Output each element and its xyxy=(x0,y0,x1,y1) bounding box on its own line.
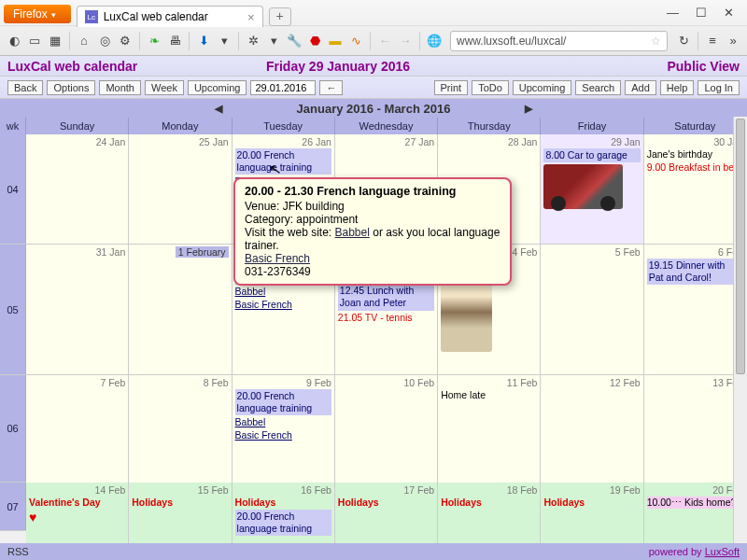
tooltip-link1[interactable]: Babbel xyxy=(335,226,370,239)
calendar-event[interactable]: Holidays xyxy=(441,497,537,509)
calendar-event[interactable]: 12.45 Lunch with Joan and Peter xyxy=(338,284,434,310)
print-button[interactable]: Print xyxy=(434,80,469,95)
calendar-day[interactable]: 31 Jan xyxy=(26,245,129,374)
date-label: 10 Feb xyxy=(338,377,434,388)
public-view-label[interactable]: Public View xyxy=(667,59,740,74)
calendar-event[interactable]: Babbel xyxy=(235,286,331,298)
week-number: 04 xyxy=(0,134,26,244)
calendar-event[interactable]: Basic French xyxy=(235,429,331,441)
calendar-event[interactable]: 19.15 Dinner with Pat and Carol! xyxy=(647,259,743,285)
calendar-day[interactable]: 12 Feb xyxy=(541,375,643,483)
calendar-event[interactable]: Home late xyxy=(441,389,537,401)
bookmark-star-icon[interactable]: ☆ xyxy=(651,35,661,48)
tooltip-visit: Visit the web site: Babbel or ask you lo… xyxy=(245,226,500,252)
dropdown-icon[interactable]: ▾ xyxy=(216,33,233,49)
calendar-day[interactable]: 10 Feb xyxy=(335,375,438,483)
goto-date-button[interactable]: ← xyxy=(319,80,343,95)
prev-range-button[interactable]: ◀ xyxy=(215,103,222,115)
tooltip-link2[interactable]: Basic French xyxy=(245,252,310,265)
calendar-event[interactable]: Jane's birthday xyxy=(647,148,743,161)
calendar-event[interactable]: 21.05 TV - tennis xyxy=(338,312,434,324)
new-tab-button[interactable]: + xyxy=(269,7,291,26)
calendar-day[interactable]: 24 Jan xyxy=(26,134,129,244)
rss-icon[interactable]: ∿ xyxy=(347,33,364,49)
calendar-event[interactable]: Holidays xyxy=(132,497,228,509)
search-button[interactable]: Search xyxy=(575,80,621,95)
upcoming2-button[interactable]: Upcoming xyxy=(513,80,572,95)
settings-icon[interactable]: ✲ xyxy=(245,33,261,49)
date-label: 12 Feb xyxy=(543,377,640,388)
calendar-day[interactable]: 30 JanJane's birthday9.00 Breakfast in b… xyxy=(644,134,747,244)
login-button[interactable]: Log In xyxy=(698,80,740,95)
todo-button[interactable]: ToDo xyxy=(472,80,509,95)
date-label: 20 Feb xyxy=(647,484,743,496)
options-button[interactable]: Options xyxy=(47,80,95,95)
home-icon[interactable]: ⌂ xyxy=(76,33,92,49)
add-button[interactable]: Add xyxy=(625,80,656,95)
download-icon[interactable]: ⬇ xyxy=(195,33,212,49)
maximize-button[interactable]: ☐ xyxy=(696,6,707,20)
calendar-day[interactable]: 7 Feb xyxy=(26,375,129,483)
calendar-event[interactable]: 10.00⋯ Kids home? xyxy=(647,497,743,509)
calendar-event[interactable]: Holidays xyxy=(338,497,434,509)
day-header: Saturday xyxy=(644,118,747,134)
calendar-day[interactable]: 11 FebHome late xyxy=(438,375,541,483)
month-button[interactable]: Month xyxy=(99,80,141,95)
close-window-button[interactable]: ✕ xyxy=(724,6,734,20)
calendar-event[interactable]: 20.00 French language training xyxy=(235,389,331,415)
date-label: 8 Feb xyxy=(132,377,228,388)
nav-forward-button[interactable]: → xyxy=(397,33,414,49)
reload-button[interactable]: ↻ xyxy=(675,33,692,49)
calendar-day[interactable]: 29 Jan8.00 Car to garage xyxy=(541,134,643,244)
scrollbar[interactable] xyxy=(733,117,747,543)
calendar-day[interactable]: 6 Feb19.15 Dinner with Pat and Carol! xyxy=(644,245,747,374)
calendar-event[interactable]: Basic French xyxy=(235,299,331,311)
week-number: 07 xyxy=(0,483,26,530)
pocket-icon[interactable]: ◐ xyxy=(6,33,22,49)
calendar-day[interactable]: 9 Feb20.00 French language trainingBabbe… xyxy=(233,375,335,483)
folder-icon[interactable]: ▬ xyxy=(327,33,344,49)
dropdown2-icon[interactable]: ▾ xyxy=(265,33,282,49)
leaf-icon[interactable]: ❧ xyxy=(146,33,162,49)
calendar-event[interactable]: Valentine's Day xyxy=(29,497,125,509)
more-icon[interactable]: » xyxy=(725,33,741,49)
firefox-menu-button[interactable]: Firefox xyxy=(4,5,71,23)
menu-icon[interactable]: ≡ xyxy=(704,33,721,49)
week-button[interactable]: Week xyxy=(145,80,184,95)
minimize-button[interactable]: — xyxy=(667,6,679,20)
luxsoft-link[interactable]: LuxSoft xyxy=(705,546,740,557)
date-label: 29 Jan xyxy=(543,136,640,147)
nav-back-button[interactable]: ← xyxy=(376,33,393,49)
calendar-day[interactable]: 8 Feb xyxy=(129,375,232,483)
back-button[interactable]: Back xyxy=(7,80,43,95)
print-icon[interactable]: 🖶 xyxy=(166,33,183,49)
calendar-event[interactable]: 20.00 French language training xyxy=(235,148,331,175)
calendar-event[interactable]: Babbel xyxy=(235,416,331,428)
tab-close-button[interactable]: × xyxy=(247,10,255,24)
next-range-button[interactable]: ▶ xyxy=(525,103,532,115)
calendar-event[interactable]: 9.00 Breakfast in bed! xyxy=(647,161,743,174)
target-icon[interactable]: ◎ xyxy=(96,33,113,49)
calendar-day[interactable]: 1 February xyxy=(129,245,232,374)
wrench-icon[interactable]: 🔧 xyxy=(286,33,303,49)
calendar-event[interactable]: 8.00 Car to garage xyxy=(543,148,640,162)
browser-tab[interactable]: Lc LuxCal web calendar × xyxy=(77,6,263,27)
calendar-day[interactable]: 5 Feb xyxy=(541,245,643,374)
date-label: 13 Feb xyxy=(647,377,743,388)
date-label: 30 Jan xyxy=(647,136,743,147)
gear-icon[interactable]: ⚙ xyxy=(117,33,134,49)
rss-link[interactable]: RSS xyxy=(7,546,29,557)
calendar-day[interactable]: 25 Jan xyxy=(129,134,232,244)
calendar-event[interactable]: Holidays xyxy=(235,497,331,509)
calendar-day[interactable]: 13 Feb xyxy=(644,375,747,483)
upcoming-button[interactable]: Upcoming xyxy=(188,80,247,95)
url-input[interactable]: www.luxsoft.eu/luxcal/ ☆ xyxy=(450,31,668,51)
stop-icon[interactable]: ⬣ xyxy=(306,33,323,49)
reader-icon[interactable]: ▭ xyxy=(26,33,43,49)
help-button[interactable]: Help xyxy=(660,80,695,95)
calendar-event[interactable]: 20.00 French language training xyxy=(235,510,331,536)
date-input[interactable] xyxy=(250,80,316,95)
range-label: January 2016 - March 2016 xyxy=(297,102,451,116)
calendar-event[interactable]: Holidays xyxy=(543,497,640,509)
tiles-icon[interactable]: ▦ xyxy=(47,33,63,49)
